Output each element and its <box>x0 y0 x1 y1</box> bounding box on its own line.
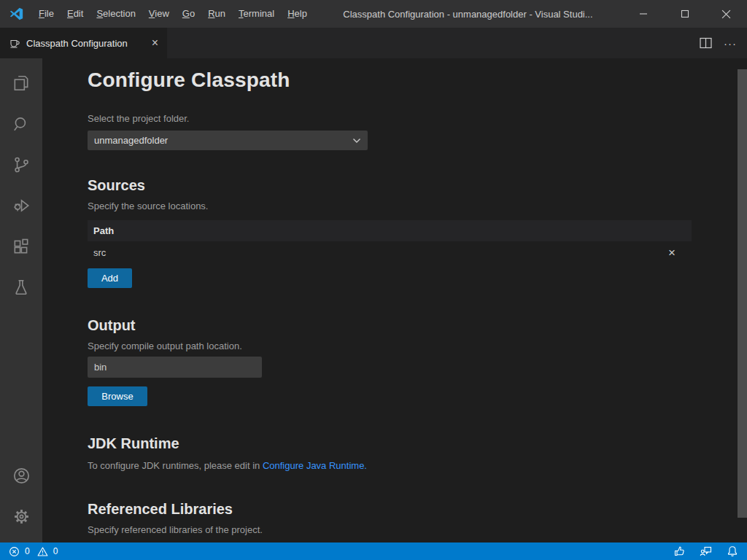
status-bar-right <box>673 545 738 557</box>
menu-run[interactable]: Run <box>201 0 232 28</box>
sidebar-item-run-debug[interactable] <box>0 185 42 226</box>
source-control-icon <box>12 155 31 174</box>
account-icon <box>12 466 31 486</box>
main-area: Configure Classpath Select the project f… <box>0 58 747 542</box>
classpath-configuration-view: Configure Classpath Select the project f… <box>42 58 747 535</box>
split-editor-button[interactable] <box>700 37 712 49</box>
bell-icon[interactable] <box>727 545 738 557</box>
jdk-runtime-heading: JDK Runtime <box>88 435 692 452</box>
page-title: Configure Classpath <box>88 69 692 92</box>
tab-label: Classpath Configuration <box>26 38 128 49</box>
extensions-icon <box>12 237 31 256</box>
sources-table-header: Path <box>88 220 692 241</box>
sidebar-item-account[interactable] <box>0 455 42 496</box>
output-heading: Output <box>88 317 692 334</box>
warning-icon <box>37 546 48 557</box>
error-count: 0 <box>25 546 30 556</box>
menubar: File Edit Selection View Go Run Terminal… <box>32 0 314 28</box>
menu-help[interactable]: Help <box>281 0 314 28</box>
editor-area: Configure Classpath Select the project f… <box>42 58 747 542</box>
minimize-button[interactable] <box>622 0 664 28</box>
error-icon <box>9 546 20 557</box>
menu-view[interactable]: View <box>142 0 176 28</box>
close-window-button[interactable] <box>705 0 747 28</box>
close-icon <box>721 9 731 19</box>
activity-bar <box>0 58 42 542</box>
browse-output-button[interactable]: Browse <box>88 386 147 406</box>
gear-icon <box>12 507 31 526</box>
referenced-libraries-description: Specify referenced libraries of the proj… <box>88 524 692 535</box>
sources-table: Path src × <box>88 220 692 263</box>
minimize-icon <box>639 9 648 18</box>
scrollbar[interactable] <box>738 69 747 518</box>
sidebar-item-settings[interactable] <box>0 496 42 537</box>
maximize-icon <box>681 9 689 18</box>
split-editor-icon <box>700 37 712 49</box>
sources-heading: Sources <box>88 177 692 194</box>
source-path-value: src <box>93 247 106 258</box>
output-path-input[interactable] <box>88 357 262 378</box>
testing-beaker-icon <box>12 278 31 297</box>
more-actions-button[interactable]: ··· <box>724 37 737 50</box>
delete-source-icon[interactable]: × <box>668 246 676 259</box>
menu-go[interactable]: Go <box>176 0 201 28</box>
sidebar-item-search[interactable] <box>0 104 42 144</box>
feedback-icon[interactable] <box>700 545 712 557</box>
problems-status[interactable]: 0 0 <box>9 546 61 557</box>
java-cup-icon <box>9 37 20 49</box>
project-folder-select[interactable]: unmanagedfolder <box>88 131 368 150</box>
configure-java-runtime-link[interactable]: Configure Java Runtime. <box>263 460 367 471</box>
referenced-libraries-heading: Referenced Libraries <box>88 501 692 518</box>
window-controls <box>622 0 747 28</box>
menu-terminal[interactable]: Terminal <box>232 0 281 28</box>
chevron-down-icon <box>352 138 361 144</box>
project-folder-value: unmanagedfolder <box>94 135 168 146</box>
sidebar-item-source-control[interactable] <box>0 144 42 185</box>
sidebar-item-testing[interactable] <box>0 267 42 308</box>
status-bar: 0 0 <box>0 542 747 560</box>
jdk-runtime-text: To configure JDK runtimes, please edit i… <box>88 460 692 471</box>
explorer-icon <box>12 74 31 93</box>
menu-file[interactable]: File <box>32 0 61 28</box>
window-title: Classpath Configuration - unmanagedfolde… <box>314 9 622 20</box>
maximize-button[interactable] <box>664 0 705 28</box>
jdk-text-before: To configure JDK runtimes, please edit i… <box>88 460 263 471</box>
warning-count: 0 <box>53 546 58 556</box>
tab-close-icon[interactable]: × <box>152 37 158 49</box>
sidebar-item-extensions[interactable] <box>0 226 42 267</box>
menu-selection[interactable]: Selection <box>90 0 142 28</box>
vscode-logo-icon <box>0 7 32 21</box>
thumbs-up-icon[interactable] <box>673 545 685 557</box>
sources-description: Specify the source locations. <box>88 201 692 211</box>
menu-edit[interactable]: Edit <box>61 0 90 28</box>
tab-classpath-configuration[interactable]: Classpath Configuration × <box>0 28 167 58</box>
project-folder-label: Select the project folder. <box>88 113 692 124</box>
add-source-button[interactable]: Add <box>88 268 132 288</box>
source-row-src: src × <box>88 241 692 263</box>
editor-actions: ··· <box>700 28 747 58</box>
search-icon <box>12 114 31 133</box>
run-and-debug-icon <box>12 196 31 215</box>
output-description: Specify compile output path location. <box>88 341 692 351</box>
tab-bar: Classpath Configuration × ··· <box>0 28 747 58</box>
titlebar: File Edit Selection View Go Run Terminal… <box>0 0 747 28</box>
sidebar-item-explorer[interactable] <box>0 63 42 104</box>
path-column-header: Path <box>93 225 114 236</box>
